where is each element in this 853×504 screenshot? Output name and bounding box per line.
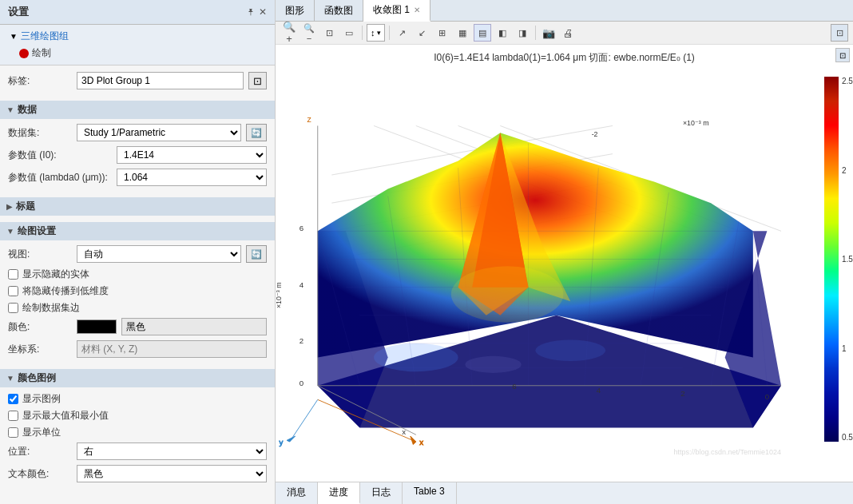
svg-text:-2: -2	[592, 130, 598, 138]
zoom-box-btn[interactable]: ▭	[340, 24, 358, 42]
cb-draw-dataset-edge[interactable]	[8, 303, 18, 313]
textcolor-select[interactable]: 黑色	[77, 465, 267, 482]
popup-corner-btn[interactable]: ⊡	[835, 48, 850, 62]
cb-maxmin[interactable]	[8, 411, 18, 421]
colorlegend-header[interactable]: ▼ 颜色图例	[0, 369, 275, 387]
cb1-label: 显示隐藏的实体	[22, 268, 89, 281]
param2-row: 参数值 (lambda0 (μm)): 1.064	[8, 169, 267, 186]
cb2-label: 将隐藏传播到低维度	[22, 284, 109, 298]
cb1-row: 显示隐藏的实体	[8, 268, 267, 281]
pin-icon[interactable]: 🖈	[246, 6, 256, 18]
textcolor-row: 文本颜色: 黑色	[8, 465, 267, 482]
bottom-tab-log[interactable]: 日志	[360, 482, 403, 504]
print-btn[interactable]: 🖨	[560, 24, 577, 42]
svg-text:x: x	[402, 427, 406, 436]
label-action-btn[interactable]: ⊡	[248, 72, 267, 89]
param1-select[interactable]: 1.4E14	[117, 146, 267, 164]
tree-sub-item[interactable]: 绘制	[6, 45, 268, 62]
svg-text:0: 0	[300, 379, 304, 387]
svg-text:2: 2	[680, 389, 684, 398]
tree-group-label: 三维绘图组	[21, 30, 69, 43]
dataset-select[interactable]: Study 1/Parametric	[77, 124, 241, 141]
color-value: 黑色	[121, 318, 267, 335]
right-panel: 图形 函数图 收敛图 1 ✕ 🔍+ 🔍− ⊡ ▭ ↕ ▾ ↗ ↙ ⊞	[276, 0, 853, 504]
color-preview[interactable]	[77, 319, 117, 334]
plot-btn5[interactable]: ▤	[474, 24, 491, 42]
coord-input[interactable]	[77, 340, 267, 358]
param2-select[interactable]: 1.064	[117, 169, 267, 186]
zoom-extent-btn[interactable]: ⊡	[320, 24, 338, 42]
zoom-in-btn[interactable]: 🔍+	[280, 24, 298, 42]
position-select[interactable]: 右	[77, 442, 267, 460]
svg-text:y: y	[279, 438, 283, 446]
cb-unit-label: 显示单位	[22, 426, 61, 439]
pan-dropdown[interactable]: ↕ ▾	[367, 24, 385, 42]
plot-btn3[interactable]: ⊞	[434, 24, 451, 42]
camera-btn[interactable]: 📷	[540, 24, 557, 42]
plot-btn4[interactable]: ▦	[454, 24, 471, 42]
cb-maxmin-label: 显示最大值和最小值	[22, 409, 109, 423]
label-row: 标签: ⊡	[8, 72, 267, 89]
cb-propagate-hidden[interactable]	[8, 286, 18, 296]
plot-btn7[interactable]: ◨	[514, 24, 531, 42]
view-select[interactable]: 自动	[77, 245, 241, 263]
data-section-header[interactable]: ▼ 数据	[0, 101, 275, 119]
plot-settings-collapse-icon: ▼	[6, 227, 14, 236]
view-update-btn[interactable]: 🔄	[246, 245, 267, 263]
colorlegend-label: 颜色图例	[18, 371, 56, 385]
left-panel: 设置 🖈 ✕ ▼ 三维绘图组 绘制 标签: ⊡	[0, 0, 276, 504]
svg-text:6: 6	[300, 224, 304, 232]
bottom-tab-messages[interactable]: 消息	[276, 482, 318, 504]
bottom-tab-table3[interactable]: Table 3	[403, 482, 457, 504]
settings-title: 设置	[8, 5, 29, 19]
tab-graph[interactable]: 图形	[276, 0, 315, 21]
svg-point-30	[451, 266, 564, 322]
colorbar: 2.5 2 1.5 1 0.5	[824, 77, 839, 442]
cb-show-legend-row: 显示图例	[8, 392, 267, 406]
sep3	[535, 26, 536, 40]
svg-text:×10⁻³ m: ×10⁻³ m	[683, 119, 709, 127]
plot-settings-section: ▼ 绘图设置 视图: 自动 🔄 显示隐藏的实体 将隐藏传播到低维度 绘制数据集边	[0, 222, 275, 369]
tree-expand-icon: ▼	[10, 32, 18, 41]
colorbar-labels: 2.5 2 1.5 1 0.5	[842, 77, 853, 442]
header-icons: 🖈 ✕	[246, 6, 267, 18]
colorbar-val-20: 2	[842, 166, 853, 175]
tree-group[interactable]: ▼ 三维绘图组	[6, 28, 268, 45]
position-label: 位置:	[8, 445, 72, 458]
cb-unit[interactable]	[8, 427, 18, 438]
plot-btn1[interactable]: ↗	[394, 24, 411, 42]
cb2-row: 将隐藏传播到低维度	[8, 284, 267, 298]
plot-settings-header[interactable]: ▼ 绘图设置	[0, 222, 275, 240]
expand-btn[interactable]: ⊡	[831, 24, 848, 42]
cb-show-legend[interactable]	[8, 394, 18, 404]
title-section-header[interactable]: ▶ 标题	[0, 197, 275, 216]
tab-bar: 图形 函数图 收敛图 1 ✕	[276, 0, 853, 22]
label-input[interactable]	[77, 72, 244, 89]
cb-hidden-entity[interactable]	[8, 269, 18, 280]
dataset-update-btn[interactable]: 🔄	[246, 124, 267, 141]
color-row: 颜色: 黑色	[8, 318, 267, 335]
colorbar-val-25: 2.5	[842, 77, 853, 85]
sep1	[362, 26, 363, 40]
svg-point-31	[374, 343, 458, 371]
close-icon[interactable]: ✕	[259, 6, 267, 18]
zoom-out-btn[interactable]: 🔍−	[300, 24, 318, 42]
tab-close-icon[interactable]: ✕	[414, 6, 420, 14]
plot-btn2[interactable]: ↙	[414, 24, 431, 42]
cb-show-legend-label: 显示图例	[22, 392, 61, 406]
plot-settings-label: 绘图设置	[18, 224, 56, 238]
pan-icon: ↕	[371, 28, 375, 38]
title-section: ▶ 标题	[0, 197, 275, 222]
tab-funcplot[interactable]: 函数图	[315, 0, 363, 21]
label-section: 标签: ⊡	[0, 65, 275, 101]
bottom-tab-progress[interactable]: 进度	[318, 482, 360, 504]
tab-convergence[interactable]: 收敛图 1 ✕	[363, 0, 430, 22]
colorbar-val-15: 1.5	[842, 255, 853, 264]
tree-sub-label: 绘制	[32, 46, 51, 60]
plot-area[interactable]: I0(6)=1.4E14 lambda0(1)=1.064 μm 切面: ewb…	[276, 45, 853, 482]
pan-arrow: ▾	[377, 29, 381, 37]
colorbar-gradient	[824, 77, 839, 442]
plot-btn6[interactable]: ◧	[494, 24, 511, 42]
colorlegend-collapse-icon: ▼	[6, 374, 14, 383]
position-row: 位置: 右	[8, 442, 267, 460]
